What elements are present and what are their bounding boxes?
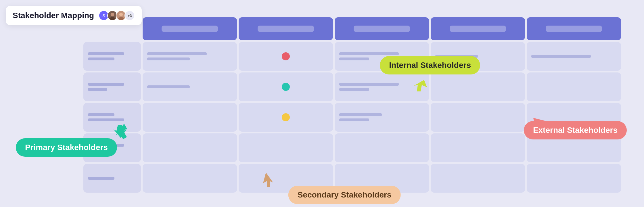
svg-point-1 <box>111 13 114 16</box>
cell-3-4 <box>431 103 525 132</box>
grid-table <box>83 17 621 195</box>
row-header-1 <box>83 42 141 71</box>
cell-3-1 <box>143 103 237 132</box>
row-header-5 <box>83 164 141 193</box>
cell-5-5 <box>527 164 621 193</box>
col-header-5 <box>527 17 621 40</box>
cell-1-2 <box>239 42 333 71</box>
dot-red <box>282 52 290 60</box>
avatar-count: +3 <box>124 10 135 21</box>
svg-point-4 <box>119 13 123 16</box>
cell-1-5 <box>527 42 621 71</box>
row-header-2 <box>83 72 141 101</box>
secondary-arrow <box>259 171 275 187</box>
cell-3-2 <box>239 103 333 132</box>
cell-5-1 <box>143 164 237 193</box>
cell-2-4 <box>431 72 525 101</box>
cell-4-2 <box>239 133 333 162</box>
cell-4-4 <box>431 133 525 162</box>
primary-stakeholders-tooltip: Primary Stakeholders <box>16 138 117 157</box>
secondary-stakeholders-tooltip: Secondary Stakeholders <box>288 186 401 204</box>
cell-3-3 <box>335 103 429 132</box>
primary-arrow <box>112 124 129 141</box>
dot-teal <box>282 83 290 91</box>
cell-4-3 <box>335 133 429 162</box>
col-header-4 <box>431 17 525 40</box>
internal-arrow <box>413 77 428 93</box>
dot-yellow <box>282 113 290 121</box>
col-header-2 <box>239 17 333 40</box>
cell-2-2 <box>239 72 333 101</box>
grid-container <box>83 17 621 195</box>
cell-1-1 <box>143 42 237 71</box>
header-card: Stakeholder Mapping S +3 <box>6 6 142 25</box>
col-header-3 <box>335 17 429 40</box>
avatar-group: S +3 <box>99 10 135 21</box>
cell-5-4 <box>431 164 525 193</box>
internal-stakeholders-tooltip: Internal Stakeholders <box>380 56 480 74</box>
cell-2-5 <box>527 72 621 101</box>
cell-4-1 <box>143 133 237 162</box>
page-title: Stakeholder Mapping <box>13 11 94 20</box>
col-header-1 <box>143 17 237 40</box>
external-stakeholders-tooltip: External Stakeholders <box>524 121 627 139</box>
cell-2-1 <box>143 72 237 101</box>
